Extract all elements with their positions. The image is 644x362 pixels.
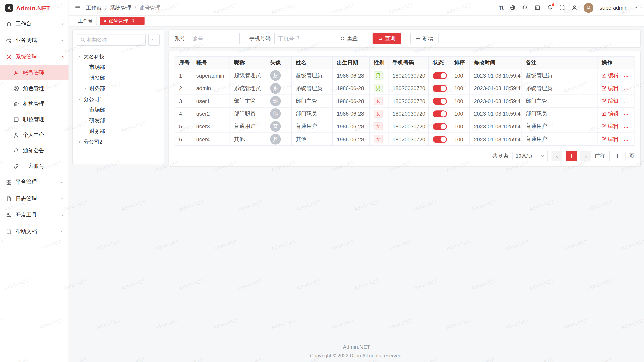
cell-gender: 女 bbox=[370, 95, 388, 107]
hamburger-icon[interactable] bbox=[75, 5, 81, 11]
prev-page-button[interactable] bbox=[552, 151, 562, 161]
sidebar-item[interactable]: 工作台 bbox=[0, 16, 69, 32]
status-toggle[interactable] bbox=[433, 72, 447, 79]
phone-input[interactable] bbox=[274, 33, 325, 44]
row-more-button[interactable] bbox=[623, 99, 629, 105]
sidebar-subitem[interactable]: 角色管理 bbox=[0, 80, 69, 96]
cell-phone: 18020030720 bbox=[388, 95, 429, 107]
cell-gender: 女 bbox=[370, 133, 388, 146]
fullscreen-icon[interactable] bbox=[559, 5, 565, 11]
account-input[interactable] bbox=[189, 33, 240, 44]
status-toggle[interactable] bbox=[433, 98, 447, 105]
tree-node-label: 分公司1 bbox=[83, 96, 102, 103]
tree-node-label: 市场部 bbox=[89, 106, 105, 114]
gender-badge: 男 bbox=[374, 71, 383, 80]
gender-badge: 男 bbox=[374, 84, 383, 93]
font-size-icon[interactable]: Tt bbox=[499, 5, 504, 11]
theme-icon[interactable] bbox=[534, 5, 540, 11]
globe-icon[interactable] bbox=[510, 5, 516, 11]
status-toggle[interactable] bbox=[433, 123, 447, 130]
tree-node[interactable]: 财务部 bbox=[77, 126, 160, 137]
sidebar-subitem-label: 个人中心 bbox=[23, 131, 44, 139]
edit-label: 编辑 bbox=[608, 123, 618, 130]
table-row: 1superadmin超级管理员超超级管理员1986-06-28男1802003… bbox=[175, 69, 634, 82]
user-icon[interactable] bbox=[571, 5, 577, 11]
search-icon[interactable] bbox=[522, 5, 528, 11]
edit-button[interactable]: 编辑 bbox=[602, 72, 619, 79]
row-avatar: 超 bbox=[270, 70, 281, 81]
tree-node[interactable]: 大名科技 bbox=[77, 51, 160, 62]
sidebar-subitem[interactable]: 机构管理 bbox=[0, 96, 69, 112]
edit-button[interactable]: 编辑 bbox=[602, 110, 619, 117]
next-page-button[interactable] bbox=[580, 151, 591, 161]
tree-node[interactable]: 财务部 bbox=[77, 83, 160, 94]
breadcrumb-item[interactable]: 账号管理 bbox=[139, 4, 161, 11]
sidebar-item[interactable]: 日志管理 bbox=[0, 191, 69, 207]
row-more-button[interactable] bbox=[623, 74, 629, 79]
edit-label: 编辑 bbox=[608, 72, 618, 79]
caret-down-icon bbox=[77, 55, 83, 59]
add-button[interactable]: 新增 bbox=[410, 33, 439, 44]
chevron-down-icon bbox=[60, 38, 64, 42]
edit-button[interactable]: 编辑 bbox=[602, 123, 619, 130]
row-more-button[interactable] bbox=[623, 112, 629, 117]
tab-active[interactable]: 账号管理 bbox=[100, 17, 144, 25]
tab-close-icon bbox=[136, 19, 140, 23]
cell-modified: 2023-01-03 10:59:44 bbox=[470, 82, 521, 95]
row-more-button[interactable] bbox=[623, 125, 629, 130]
tree-node[interactable]: 市场部 bbox=[77, 62, 160, 73]
tree-node[interactable]: 研发部 bbox=[77, 115, 160, 126]
org-search-input[interactable] bbox=[87, 37, 142, 43]
edit-button[interactable]: 编辑 bbox=[602, 97, 619, 105]
cell-index: 5 bbox=[175, 120, 192, 133]
sidebar-item[interactable]: 系统管理 bbox=[0, 49, 69, 65]
cell-actions: 编辑 bbox=[597, 95, 634, 107]
page-size-select[interactable]: 10条/页 bbox=[513, 151, 548, 161]
row-more-button[interactable] bbox=[623, 138, 629, 143]
bell-icon bbox=[547, 5, 553, 11]
tree-node[interactable]: 市场部 bbox=[77, 105, 160, 115]
sidebar-subitem[interactable]: 三方账号 bbox=[0, 158, 69, 174]
table-row: 3user1部门主管部部门主管1986-06-28女18020030720100… bbox=[175, 95, 634, 107]
reset-button[interactable]: 重置 bbox=[335, 33, 363, 44]
sidebar-item[interactable]: 开发工具 bbox=[0, 207, 69, 223]
edit-button[interactable]: 编辑 bbox=[602, 84, 619, 92]
sidebar-subitem[interactable]: 职位管理 bbox=[0, 112, 69, 127]
account-label: 账号 bbox=[175, 35, 185, 42]
sidebar-item-label: 业务测试 bbox=[16, 36, 56, 44]
breadcrumb-separator: / bbox=[105, 5, 107, 11]
current-page-button[interactable]: 1 bbox=[566, 151, 577, 161]
tab-item[interactable]: 工作台 bbox=[74, 17, 97, 25]
tree-node[interactable]: 分公司1 bbox=[77, 94, 160, 105]
column-header: 操作 bbox=[597, 56, 634, 69]
username[interactable]: superadmin bbox=[600, 5, 628, 11]
tree-node[interactable]: 分公司2 bbox=[77, 137, 160, 147]
row-more-button[interactable] bbox=[623, 87, 629, 92]
tree-node-label: 财务部 bbox=[89, 85, 105, 92]
sidebar-subitem[interactable]: 个人中心 bbox=[0, 127, 69, 143]
cell-status bbox=[429, 82, 450, 95]
sidebar-item[interactable]: 帮助文档 bbox=[0, 223, 69, 240]
sidebar-item[interactable]: 平台管理 bbox=[0, 174, 69, 190]
org-more-button[interactable] bbox=[148, 34, 160, 46]
sidebar-subitem[interactable]: 通知公告 bbox=[0, 143, 69, 158]
status-toggle[interactable] bbox=[433, 110, 447, 117]
notification-icon[interactable] bbox=[547, 5, 553, 11]
reset-label: 重置 bbox=[347, 35, 358, 42]
breadcrumb-item[interactable]: 系统管理 bbox=[110, 4, 131, 11]
sidebar-subitem-label: 机构管理 bbox=[23, 100, 44, 107]
sidebar-subitem[interactable]: 账号管理 bbox=[0, 65, 69, 80]
tree-node[interactable]: 研发部 bbox=[77, 73, 160, 83]
goto-page-input[interactable] bbox=[609, 151, 625, 161]
cell-status bbox=[429, 95, 450, 107]
cell-phone: 18020030720 bbox=[388, 69, 429, 82]
breadcrumb-item[interactable]: 工作台 bbox=[86, 4, 102, 11]
status-toggle[interactable] bbox=[433, 136, 447, 143]
app-root: A Admin.NET 工作台业务测试系统管理账号管理角色管理机构管理职位管理个… bbox=[0, 0, 644, 362]
query-button[interactable]: 查询 bbox=[373, 33, 401, 44]
edit-button[interactable]: 编辑 bbox=[602, 135, 619, 143]
chevron-down-icon[interactable] bbox=[634, 5, 638, 10]
avatar[interactable] bbox=[584, 3, 593, 13]
sidebar-item[interactable]: 业务测试 bbox=[0, 32, 69, 48]
status-toggle[interactable] bbox=[433, 85, 447, 92]
